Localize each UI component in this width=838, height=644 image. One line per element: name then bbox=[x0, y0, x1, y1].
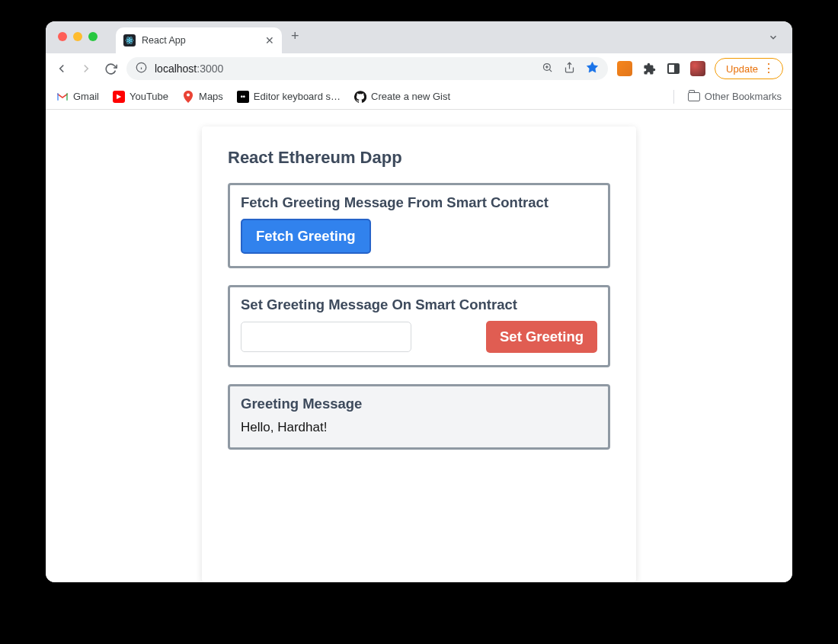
browser-tab[interactable]: React App ✕ bbox=[116, 27, 282, 53]
bookmark-gmail[interactable]: Gmail bbox=[56, 91, 99, 103]
forward-button[interactable] bbox=[79, 62, 93, 75]
fetch-heading: Fetch Greeting Message From Smart Contra… bbox=[241, 194, 597, 211]
reload-button[interactable] bbox=[104, 62, 117, 75]
new-tab-button[interactable]: + bbox=[282, 28, 309, 44]
profile-avatar[interactable] bbox=[690, 61, 705, 76]
share-icon[interactable] bbox=[564, 62, 575, 75]
tab-title: React App bbox=[142, 35, 186, 46]
extensions-button[interactable] bbox=[641, 61, 657, 76]
other-bookmarks[interactable]: Other Bookmarks bbox=[688, 91, 782, 102]
app-title: React Ethereum Dapp bbox=[228, 148, 610, 168]
bookmark-star-icon[interactable] bbox=[586, 61, 599, 76]
display-panel: Greeting Message Hello, Hardhat! bbox=[228, 384, 610, 450]
bookmark-editor-keyboard[interactable]: •• Editor keyboard s… bbox=[237, 91, 341, 103]
display-heading: Greeting Message bbox=[241, 396, 597, 412]
bookmarks-bar: Gmail ▶ YouTube Maps •• Editor keyboard … bbox=[46, 84, 792, 110]
fetch-panel: Fetch Greeting Message From Smart Contra… bbox=[228, 183, 610, 268]
react-favicon-icon bbox=[123, 34, 136, 46]
bookmarks-divider bbox=[673, 90, 674, 104]
site-info-icon[interactable] bbox=[136, 62, 147, 75]
folder-icon bbox=[688, 92, 700, 101]
greeting-input[interactable] bbox=[241, 322, 411, 352]
set-heading: Set Greeting Message On Smart Contract bbox=[241, 296, 597, 313]
close-window-button[interactable] bbox=[58, 32, 67, 41]
title-bar: React App ✕ + bbox=[46, 21, 792, 53]
set-greeting-button[interactable]: Set Greeting bbox=[486, 321, 597, 353]
svg-point-0 bbox=[129, 40, 130, 41]
maps-pin-icon bbox=[182, 91, 194, 103]
bookmark-label: Gmail bbox=[73, 91, 99, 102]
set-panel: Set Greeting Message On Smart Contract S… bbox=[228, 285, 610, 367]
update-label: Update bbox=[726, 63, 758, 75]
bookmark-create-gist[interactable]: Create a new Gist bbox=[354, 91, 450, 103]
metamask-extension-icon[interactable] bbox=[617, 61, 632, 76]
app-card: React Ethereum Dapp Fetch Greeting Messa… bbox=[202, 127, 636, 582]
medium-icon: •• bbox=[237, 91, 249, 103]
window-controls bbox=[58, 32, 98, 41]
menu-dots-icon: ⋮ bbox=[763, 62, 775, 75]
svg-point-14 bbox=[187, 93, 190, 96]
extension-icons bbox=[617, 61, 705, 76]
bookmark-label: Editor keyboard s… bbox=[254, 91, 341, 102]
other-bookmarks-label: Other Bookmarks bbox=[705, 91, 782, 102]
bookmark-maps[interactable]: Maps bbox=[182, 91, 223, 103]
svg-line-8 bbox=[549, 69, 552, 72]
browser-window: React App ✕ + localhost:3000 bbox=[46, 21, 792, 582]
greeting-value: Hello, Hardhat! bbox=[241, 420, 597, 435]
svg-marker-12 bbox=[587, 62, 597, 72]
side-panel-icon[interactable] bbox=[666, 61, 681, 76]
tabs-dropdown-button[interactable] bbox=[768, 32, 779, 46]
gmail-icon bbox=[56, 91, 69, 103]
bookmark-label: Maps bbox=[199, 91, 223, 102]
zoom-icon[interactable] bbox=[542, 62, 553, 75]
toolbar: localhost:3000 Update bbox=[46, 53, 792, 84]
github-icon bbox=[354, 91, 366, 103]
bookmark-label: YouTube bbox=[130, 91, 168, 102]
nav-buttons bbox=[55, 62, 117, 75]
back-button[interactable] bbox=[55, 62, 69, 75]
close-tab-button[interactable]: ✕ bbox=[265, 34, 274, 46]
bookmark-label: Create a new Gist bbox=[371, 91, 450, 102]
page-viewport: React Ethereum Dapp Fetch Greeting Messa… bbox=[46, 110, 792, 582]
url-text: localhost:3000 bbox=[155, 62, 223, 75]
update-button[interactable]: Update ⋮ bbox=[715, 58, 783, 79]
address-bar[interactable]: localhost:3000 bbox=[126, 57, 608, 80]
bookmark-youtube[interactable]: ▶ YouTube bbox=[113, 91, 168, 103]
youtube-icon: ▶ bbox=[113, 91, 125, 103]
minimize-window-button[interactable] bbox=[73, 32, 82, 41]
maximize-window-button[interactable] bbox=[88, 32, 98, 41]
fetch-greeting-button[interactable]: Fetch Greeting bbox=[241, 219, 371, 254]
